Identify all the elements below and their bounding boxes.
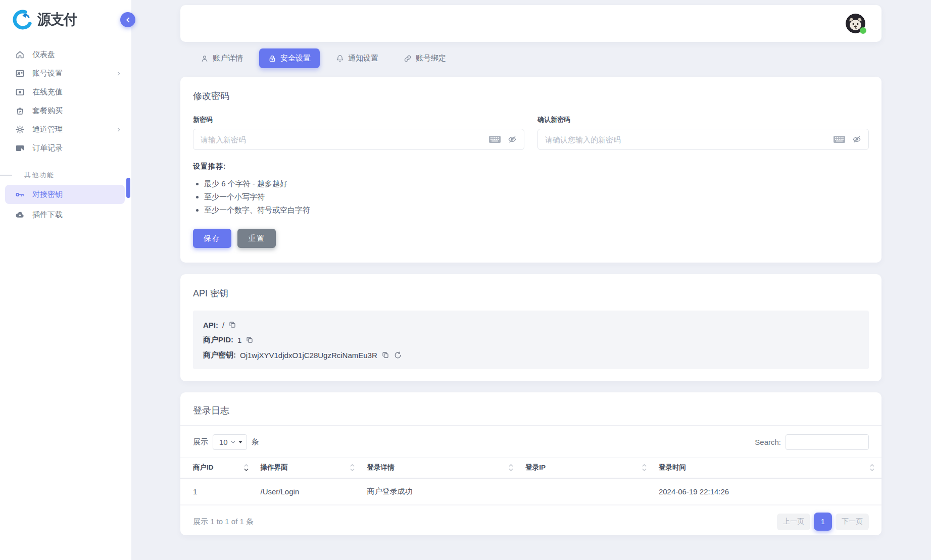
- next-page-button[interactable]: 下一页: [836, 514, 869, 530]
- card-title-api-keys: API 密钥: [193, 287, 869, 299]
- column-header-login-time[interactable]: 登录时间: [654, 457, 881, 479]
- new-password-input[interactable]: [201, 135, 488, 144]
- chevron-right-icon: [116, 127, 121, 132]
- merchant-secret-row: 商户密钥: Oj1wjXYV1djdxO1jC28UgzRciNamEu3R: [203, 347, 859, 363]
- sidebar-item-label: 订单记录: [32, 143, 63, 153]
- sort-icon: [870, 464, 874, 472]
- confirm-password-label: 确认新密码: [537, 115, 869, 124]
- copy-icon[interactable]: [381, 351, 389, 359]
- tab-label: 账号绑定: [416, 54, 446, 63]
- brand-swirl-icon: [12, 9, 33, 30]
- current-page-button[interactable]: 1: [814, 513, 832, 531]
- table-row: 1 /User/Login 商户登录成功 2024-06-19 22:14:26: [180, 478, 881, 505]
- home-icon: [15, 50, 25, 60]
- new-password-group: 新密码: [193, 115, 524, 150]
- tab-security-settings[interactable]: 安全设置: [259, 48, 320, 68]
- settings-tabs: 账户详情 安全设置 通知设置 账号绑定: [180, 48, 881, 68]
- gear-icon: [15, 125, 25, 134]
- toggle-password-visibility-icon[interactable]: [852, 135, 861, 144]
- table-header-row: 商户ID 操作界面 登录详情 登录IP: [180, 457, 881, 479]
- sidebar-item-api-keys[interactable]: 对接密钥: [5, 185, 125, 204]
- api-url-value: /: [222, 321, 224, 329]
- sidebar: 源支付 仪表盘 账号设置 在线充值: [0, 0, 131, 560]
- tab-account-details[interactable]: 账户详情: [191, 48, 252, 68]
- column-header-login-ip[interactable]: 登录IP: [520, 457, 654, 479]
- copy-icon[interactable]: [246, 336, 254, 344]
- save-button[interactable]: 保存: [193, 229, 231, 248]
- table-search-input[interactable]: [786, 434, 869, 450]
- search-label: Search:: [755, 438, 781, 446]
- pagination: 上一页 1 下一页: [777, 513, 869, 531]
- column-header-operation-page[interactable]: 操作界面: [256, 457, 362, 479]
- sidebar-section-other: 其他功能: [0, 171, 131, 180]
- api-keys-card: API 密钥 API: / 商户PID: 1 商户密钥: Oj1wjXYV1dj…: [180, 274, 881, 381]
- copy-icon[interactable]: [228, 321, 236, 329]
- api-url-label: API:: [203, 321, 218, 329]
- section-divider: [0, 175, 12, 176]
- confirm-password-group: 确认新密码: [537, 115, 869, 150]
- sort-icon: [244, 464, 249, 472]
- sidebar-other-menu: 对接密钥 插件下载: [0, 185, 131, 224]
- sidebar-item-label: 插件下载: [32, 210, 63, 220]
- password-tip: 至少一个小写字符: [204, 190, 869, 203]
- online-status-dot: [860, 27, 866, 34]
- sidebar-item-label: 账号设置: [32, 69, 63, 78]
- cell-merchant-id: 1: [180, 478, 256, 505]
- merchant-secret-label: 商户密钥:: [203, 350, 236, 360]
- password-tips-list: 最少 6 个字符 - 越多越好 至少一个小写字符 至少一个数字、符号或空白字符: [204, 177, 869, 217]
- tab-account-binding[interactable]: 账号绑定: [395, 48, 455, 68]
- chevron-right-icon: [116, 71, 121, 76]
- user-avatar[interactable]: [846, 14, 865, 33]
- key-icon: [15, 190, 25, 199]
- merchant-secret-value: Oj1wjXYV1djdxO1jC28UgzRciNamEu3R: [240, 351, 377, 360]
- api-keys-box: API: / 商户PID: 1 商户密钥: Oj1wjXYV1djdxO1jC2…: [193, 311, 869, 369]
- page-size-select[interactable]: 10: [213, 434, 247, 450]
- login-logs-card: 登录日志 展示 10 条 Search: 商户ID: [180, 392, 881, 535]
- regenerate-key-icon[interactable]: [394, 351, 402, 360]
- tab-notification-settings[interactable]: 通知设置: [327, 48, 387, 68]
- merchant-pid-row: 商户PID: 1: [203, 332, 859, 347]
- confirm-password-input[interactable]: [545, 135, 833, 144]
- page-length-control: 展示 10 条: [193, 434, 259, 450]
- column-header-login-detail[interactable]: 登录详情: [362, 457, 520, 479]
- virtual-keyboard-icon[interactable]: [488, 135, 501, 144]
- card-title-login-logs: 登录日志: [193, 404, 869, 417]
- card-title-change-password: 修改密码: [193, 90, 869, 102]
- table-footer: 展示 1 to 1 of 1 条 上一页 1 下一页: [180, 505, 881, 531]
- sort-icon: [509, 464, 513, 472]
- sidebar-main-menu: 仪表盘 账号设置 在线充值 套餐购买 通道: [0, 45, 131, 158]
- toggle-password-visibility-icon[interactable]: [508, 135, 517, 144]
- api-url-row: API: /: [203, 317, 859, 332]
- brand-name: 源支付: [37, 10, 77, 29]
- tab-label: 账户详情: [213, 54, 243, 63]
- merchant-pid-label: 商户PID:: [203, 335, 233, 345]
- sidebar-item-label: 对接密钥: [32, 190, 63, 199]
- sidebar-item-recharge[interactable]: 在线充值: [0, 83, 131, 101]
- sidebar-item-account-settings[interactable]: 账号设置: [0, 64, 131, 83]
- sidebar-collapse-button[interactable]: [120, 12, 135, 27]
- lock-icon: [268, 55, 276, 63]
- cell-operation-page: /User/Login: [256, 478, 362, 505]
- select-arrow-icon: [238, 441, 242, 443]
- sidebar-item-order-records[interactable]: 订单记录: [0, 139, 131, 158]
- package-icon: [15, 106, 25, 116]
- reset-button[interactable]: 重置: [237, 229, 276, 248]
- previous-page-button[interactable]: 上一页: [777, 514, 810, 530]
- column-header-merchant-id[interactable]: 商户ID: [180, 457, 256, 479]
- virtual-keyboard-icon[interactable]: [833, 135, 846, 144]
- sort-icon: [350, 464, 355, 472]
- sidebar-item-package-purchase[interactable]: 套餐购买: [0, 101, 131, 120]
- sidebar-item-channel-management[interactable]: 通道管理: [0, 120, 131, 139]
- sidebar-item-label: 套餐购买: [32, 106, 63, 116]
- login-logs-table: 商户ID 操作界面 登录详情 登录IP: [180, 457, 881, 505]
- tab-label: 通知设置: [348, 54, 378, 63]
- length-suffix-label: 条: [252, 437, 259, 447]
- chevron-down-icon: [230, 439, 236, 445]
- cell-login-time: 2024-06-19 22:14:26: [654, 478, 881, 505]
- sidebar-item-plugin-download[interactable]: 插件下载: [0, 205, 131, 224]
- sidebar-item-dashboard[interactable]: 仪表盘: [0, 45, 131, 64]
- tab-label: 安全设置: [280, 54, 311, 63]
- brand-logo[interactable]: 源支付: [0, 0, 131, 37]
- password-tips-title: 设置推荐:: [193, 162, 869, 171]
- sort-icon: [642, 464, 647, 472]
